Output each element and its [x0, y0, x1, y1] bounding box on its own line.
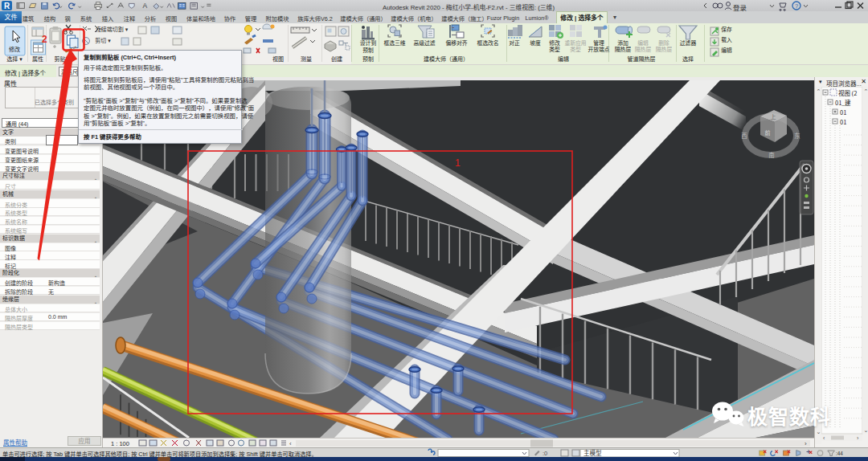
svg-text::0: :0	[542, 450, 547, 457]
svg-text:视图 (2: 视图 (2	[838, 88, 857, 97]
svg-text:前: 前	[765, 129, 771, 137]
svg-text:›: ›	[805, 440, 807, 447]
svg-text:西: 西	[741, 131, 747, 140]
svg-text:01: 01	[840, 108, 846, 116]
svg-text:R: R	[4, 2, 10, 10]
svg-text:01_建: 01_建	[835, 98, 851, 107]
svg-text:‹: ‹	[289, 440, 292, 447]
svg-text:主模型: 主模型	[583, 448, 602, 457]
svg-text:⌃: ⌃	[864, 88, 868, 94]
svg-text:东: 东	[794, 131, 800, 140]
svg-text:南: 南	[768, 150, 775, 159]
svg-text:⌃: ⌃	[817, 88, 821, 94]
svg-text:01: 01	[840, 117, 846, 126]
svg-text:上: 上	[771, 112, 776, 120]
svg-text::44: :44	[836, 451, 843, 456]
svg-text:⌄: ⌄	[864, 427, 868, 433]
